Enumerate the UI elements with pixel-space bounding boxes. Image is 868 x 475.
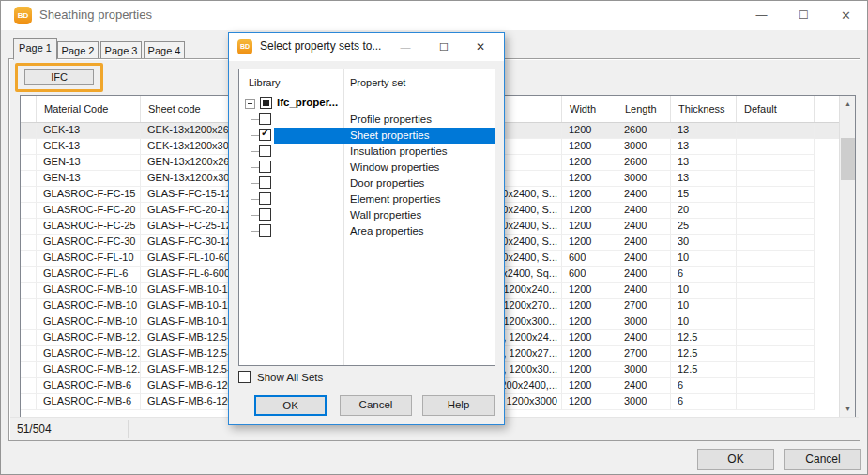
cell-length: 2600 <box>617 123 671 139</box>
tree-item-profile-properties[interactable]: Profile properties <box>239 112 495 128</box>
maximize-icon[interactable]: ☐ <box>783 1 825 30</box>
close-icon[interactable]: ✕ <box>825 1 867 30</box>
cell-default <box>737 314 815 330</box>
scrollbar-thumb[interactable] <box>841 138 855 180</box>
dialog-app-icon: BD <box>237 39 252 54</box>
cell-length: 3000 <box>617 314 671 330</box>
cell-length: 2400 <box>617 235 671 251</box>
dialog-title: Select property sets to... <box>260 39 381 53</box>
cell-length: 2600 <box>617 155 671 171</box>
cell-thickness: 12.5 <box>671 330 737 346</box>
tree-item-window-properties[interactable]: Window properties <box>239 160 495 176</box>
row-selector-cell <box>21 139 37 155</box>
tree-item-area-properties[interactable]: Area properties <box>239 223 495 239</box>
cell-default <box>737 219 815 235</box>
cell-material: GEN-13 <box>37 171 141 187</box>
cell-material: GLASROC-F-MB-10 <box>37 283 141 299</box>
record-counter: 51/504 <box>17 422 52 436</box>
cell-material: GLASROC-F-FC-30 <box>37 235 141 251</box>
tree-branch-line <box>251 135 259 136</box>
scroll-down-icon[interactable]: ▼ <box>840 401 856 417</box>
cell-material: GLASROC-F-MB-10 <box>37 314 141 330</box>
tab-page-4[interactable]: Page 4 <box>144 41 185 59</box>
tab-page-3[interactable]: Page 3 <box>100 41 142 59</box>
tree-item-label: Sheet properties <box>350 130 429 141</box>
dialog-cancel-button[interactable]: Cancel <box>340 395 412 416</box>
tree-item-element-properties[interactable]: Element properties <box>239 192 495 207</box>
collapse-icon[interactable] <box>245 99 255 109</box>
row-selector-cell <box>21 171 37 187</box>
tree-item-sheet-properties[interactable]: ✓Sheet properties <box>239 128 495 144</box>
cell-width: 1200 <box>562 346 617 362</box>
item-checkbox[interactable] <box>259 176 271 189</box>
cell-width: 1200 <box>562 187 617 203</box>
cancel-button[interactable]: Cancel <box>784 449 861 470</box>
cell-width: 1200 <box>562 362 617 378</box>
cell-length: 2400 <box>617 187 671 203</box>
tree-connector-line <box>251 109 251 231</box>
check-icon: ✓ <box>261 127 269 139</box>
cell-default <box>737 139 815 155</box>
dialog-ok-button[interactable]: OK <box>254 395 327 416</box>
indeterminate-mark <box>263 100 269 106</box>
dialog-maximize-icon[interactable]: ☐ <box>428 33 460 61</box>
cell-default <box>737 155 815 171</box>
window-title: Sheathing properties <box>39 8 152 22</box>
item-checkbox[interactable]: ✓ <box>259 129 271 141</box>
minimize-icon[interactable]: — <box>740 1 783 30</box>
cell-material: GLASROC-F-FC-20 <box>37 203 141 219</box>
cell-width: 1200 <box>562 219 617 235</box>
cell-thickness: 6 <box>671 267 737 283</box>
tab-page-1[interactable]: Page 1 <box>13 38 57 60</box>
column-header-thickness[interactable]: Thickness <box>671 96 737 122</box>
cell-length: 3000 <box>617 171 671 187</box>
scroll-up-icon[interactable]: ▲ <box>840 96 856 112</box>
status-divider <box>128 420 129 438</box>
tree-root-row[interactable]: ifc_proper... <box>239 96 495 112</box>
dialog-minimize-icon[interactable]: — <box>389 33 421 61</box>
tree-item-label: Area properties <box>350 225 424 237</box>
cell-default <box>737 171 815 187</box>
column-header-material-code[interactable]: Material Code <box>37 96 141 122</box>
tree-item-label: Door properties <box>350 177 424 189</box>
cell-thickness: 12.5 <box>671 346 737 362</box>
cell-material: GEN-13 <box>37 155 141 171</box>
ok-button[interactable]: OK <box>697 449 774 470</box>
ifc-button[interactable]: IFC <box>24 69 94 85</box>
item-checkbox[interactable] <box>259 145 271 157</box>
cell-material: GEK-13 <box>37 123 141 139</box>
vertical-scrollbar[interactable]: ▲ ▼ <box>839 96 855 417</box>
cell-thickness: 13 <box>671 123 737 139</box>
item-checkbox[interactable] <box>259 224 271 237</box>
dialog-close-icon[interactable]: ✕ <box>464 33 496 61</box>
tree-item-label: Window properties <box>350 161 439 173</box>
propertyset-column-header[interactable]: Property set <box>350 77 405 88</box>
column-header-width[interactable]: Width <box>562 96 617 122</box>
column-header-length[interactable]: Length <box>617 96 671 122</box>
tree-item-wall-properties[interactable]: Wall properties <box>239 207 495 223</box>
library-column-header[interactable]: Library <box>249 77 281 88</box>
show-all-sets-label: Show All Sets <box>257 372 323 383</box>
cell-thickness: 13 <box>671 171 737 187</box>
dialog-help-button[interactable]: Help <box>422 395 495 416</box>
tree-item-door-properties[interactable]: Door properties <box>239 176 495 192</box>
cell-thickness: 30 <box>671 235 737 251</box>
column-header-default[interactable]: Default <box>737 96 815 122</box>
item-checkbox[interactable] <box>259 208 271 221</box>
show-all-sets-checkbox[interactable] <box>238 371 251 383</box>
cell-default <box>737 378 815 394</box>
cell-default <box>737 123 815 139</box>
cell-thickness: 20 <box>671 203 737 219</box>
cell-length: 3000 <box>617 394 671 410</box>
tree-item-insulation-properties[interactable]: Insulation properties <box>239 144 495 160</box>
root-checkbox[interactable] <box>260 97 272 109</box>
item-checkbox[interactable] <box>259 113 271 125</box>
cell-width: 1200 <box>562 378 617 394</box>
cell-default <box>737 362 815 378</box>
item-checkbox[interactable] <box>259 161 271 173</box>
cell-material: GLASROC-F-MB-10 <box>37 299 141 314</box>
cell-length: 2400 <box>617 203 671 219</box>
column-header-blank[interactable] <box>21 96 37 122</box>
item-checkbox[interactable] <box>259 192 271 205</box>
tab-page-2[interactable]: Page 2 <box>57 41 99 59</box>
